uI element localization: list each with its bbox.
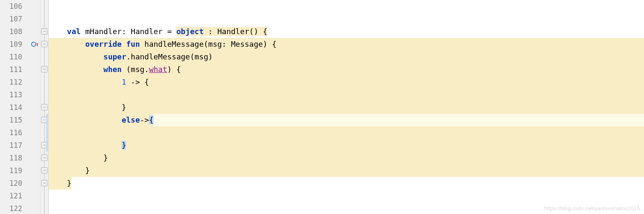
code-line[interactable] [49,88,644,101]
code-text-area[interactable]: val mHandler: Handler = object : Handler… [49,0,644,214]
code-text: ) { [167,65,181,74]
keyword-val: val [67,27,81,36]
indent [49,27,67,36]
line-number[interactable]: 107 [0,13,22,25]
code-line[interactable]: } [49,164,644,177]
code-line[interactable]: when (msg.what) { [49,63,644,76]
code-line[interactable]: } [49,177,644,190]
code-text: (msg. [121,65,149,74]
keyword-super: super [103,52,126,61]
indent [49,141,121,150]
code-line[interactable] [49,190,644,202]
code-text: mHandler: Handler = [81,27,177,36]
arrow-operator: -> [140,115,149,124]
line-number[interactable]: 120 [0,177,22,190]
brace: } [121,103,126,112]
keyword-override: override [85,40,122,48]
code-line[interactable] [49,13,644,25]
indent [49,52,103,61]
indent [49,153,103,162]
fold-collapse-icon[interactable]: − [41,41,48,47]
code-line[interactable]: val mHandler: Handler = object : Handler… [49,25,644,38]
line-number[interactable]: 111 [0,63,22,76]
arrow-up-icon: ↑ [36,41,39,48]
code-text: : Handler() { [203,27,267,36]
brace: } [85,166,90,175]
line-number[interactable]: 121 [0,190,22,202]
code-line[interactable]: } [49,152,644,164]
fold-column: − − − − − − − − − [40,0,48,214]
line-number[interactable]: 122 [0,202,22,214]
code-line[interactable]: } [49,101,644,114]
watermark-text: https://blog.csdn.net/yanhuomatou2015 [544,205,640,211]
code-line[interactable]: super.handleMessage(msg) [49,51,644,63]
override-marker-icon[interactable]: ↑ [29,40,38,49]
keyword-else: else [121,115,140,124]
line-number[interactable]: 110 [0,51,22,63]
code-line[interactable] [49,0,644,13]
fold-collapse-icon[interactable]: − [41,28,48,35]
line-number[interactable]: 117 [0,139,22,152]
code-line[interactable]: else->{ [49,114,644,126]
line-number[interactable]: 112 [0,76,22,88]
code-text: handleMessage(msg: Message) { [140,40,277,48]
line-number-column: 106 107 108 109 110 111 112 113 114 115 … [0,0,27,214]
indent [49,179,67,187]
code-text: -> { [126,78,149,86]
line-number[interactable]: 116 [0,126,22,139]
fold-collapse-icon[interactable]: − [41,66,48,72]
indent [49,78,121,86]
keyword-fun: fun [126,40,140,48]
marker-column: ↑ [27,0,40,214]
property-what: what [149,65,167,74]
line-number[interactable]: 118 [0,152,22,164]
indent [49,166,85,175]
line-number[interactable]: 106 [0,0,22,13]
line-number[interactable]: 108 [0,25,22,38]
brace-highlighted: } [121,141,126,150]
code-line[interactable] [49,126,644,139]
fold-expand-icon[interactable]: − [41,155,48,161]
fold-expand-icon[interactable]: − [41,104,48,110]
fold-expand-icon[interactable]: − [41,167,48,174]
code-text: .handleMessage(msg) [126,52,213,61]
brace: } [103,153,108,162]
brace-highlighted: { [149,115,153,124]
line-number[interactable]: 119 [0,164,22,177]
line-number[interactable]: 113 [0,88,22,101]
indent [49,40,85,48]
line-number[interactable]: 109 [0,38,22,51]
fold-expand-icon[interactable]: − [41,180,48,186]
change-marker [46,114,48,152]
line-number[interactable]: 114 [0,101,22,114]
editor-gutter: 106 107 108 109 110 111 112 113 114 115 … [0,0,49,214]
keyword-when: when [103,65,121,74]
indent [49,115,121,124]
brace: } [67,179,71,187]
code-editor: 106 107 108 109 110 111 112 113 114 115 … [0,0,644,214]
code-line[interactable]: 1 -> { [49,76,644,88]
indent [49,103,121,112]
space [121,40,126,48]
number-literal: 1 [121,78,126,86]
code-line[interactable]: override fun handleMessage(msg: Message)… [49,38,644,51]
keyword-object: object [176,27,203,36]
indent [49,65,103,74]
code-line[interactable]: } [49,139,644,152]
line-number[interactable]: 115 [0,114,22,126]
